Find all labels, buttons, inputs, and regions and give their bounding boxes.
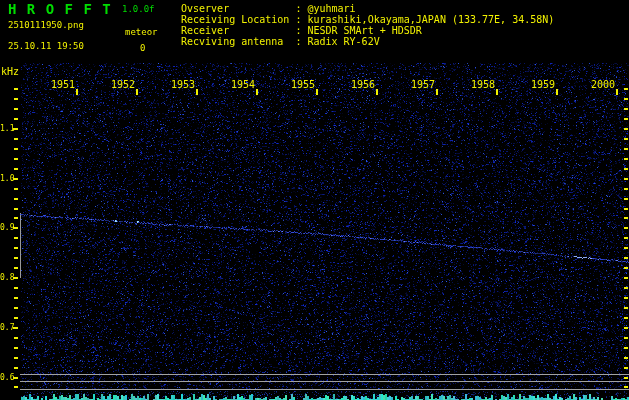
echo-count: 0 (140, 43, 145, 53)
time-tick-label: 1952 (111, 80, 135, 90)
time-tick-label: 1957 (411, 80, 435, 90)
time-tick-label: 1956 (351, 80, 375, 90)
output-filename: 2510111950.png (8, 20, 84, 30)
time-tick-label: 2000 (591, 80, 615, 90)
freq-tick-label: 0.8 (0, 273, 13, 283)
freq-tick-label: 0.6 (0, 373, 13, 383)
station-info-block: Ovserver : @yuhmariReceiving Location : … (181, 3, 621, 51)
time-tick-label: 1951 (51, 80, 75, 90)
station-info-row: Ovserver : @yuhmari (181, 3, 356, 14)
observation-mode-label: meteor (125, 27, 158, 37)
time-tick-label: 1959 (531, 80, 555, 90)
app-title: H R O F F T (8, 1, 112, 17)
freq-tick-label: 1.0 (0, 174, 13, 184)
observation-datetime: 25.10.11 19:50 (8, 41, 84, 51)
freq-tick-label: 1.1 (0, 124, 13, 134)
app-version: 1.0.0f (122, 4, 155, 14)
freq-tick-label: 0.9 (0, 223, 13, 233)
hrofft-output-screen: H R O F F T 1.0.0f 2510111950.png meteor… (0, 0, 629, 400)
freq-axis-unit-label: kHz (1, 66, 19, 77)
time-tick-label: 1958 (471, 80, 495, 90)
station-info-row: Recviving antenna : Radix RY-62V (181, 36, 380, 47)
time-tick-label: 1955 (291, 80, 315, 90)
station-info-row: Receiving Location : kurashiki,Okayama,J… (181, 14, 554, 25)
time-tick-label: 1953 (171, 80, 195, 90)
time-tick-label: 1954 (231, 80, 255, 90)
freq-tick-label: 0.7 (0, 323, 13, 333)
station-info-row: Receiver : NESDR SMArt + HDSDR (181, 25, 422, 36)
spectrogram-canvas (0, 0, 629, 400)
